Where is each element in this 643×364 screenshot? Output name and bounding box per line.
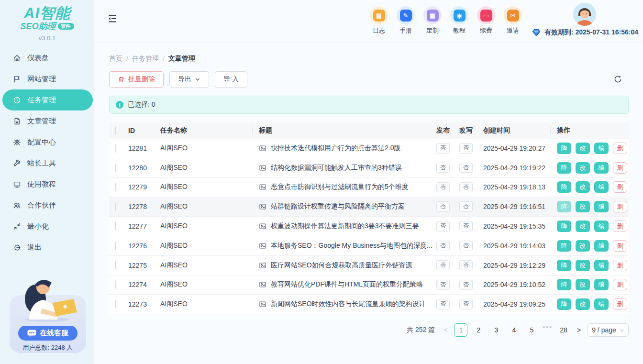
publish-status-tag: 否: [436, 163, 450, 173]
sidebar: AI智能 SEO助理 软件 v3.0.1 仪表盘网站管理任务管理文章管理配置中心…: [0, 0, 94, 364]
action-rewrite-button[interactable]: 改: [576, 162, 590, 174]
action-demote-button[interactable]: 降: [557, 162, 571, 174]
quick-link-invite[interactable]: ✉邀请: [499, 6, 526, 35]
action-delete-button[interactable]: 删: [613, 143, 627, 154]
action-delete-button[interactable]: 删: [613, 181, 627, 193]
online-support-button[interactable]: 在线客服: [18, 326, 78, 341]
row-checkbox[interactable]: [115, 222, 116, 231]
quick-link-customize[interactable]: ▦定制: [419, 6, 446, 35]
action-edit-button[interactable]: 编: [594, 143, 609, 154]
row-checkbox[interactable]: [115, 164, 116, 172]
action-delete-button[interactable]: 删: [613, 298, 627, 310]
article-image-icon[interactable]: [259, 300, 266, 308]
action-rewrite-button[interactable]: 改: [576, 240, 590, 252]
row-checkbox[interactable]: [115, 183, 116, 191]
quick-link-renew[interactable]: ▭续费: [473, 6, 499, 35]
action-rewrite-button[interactable]: 改: [576, 260, 590, 271]
row-checkbox[interactable]: [115, 144, 116, 153]
pagination-page-28[interactable]: 28: [557, 323, 570, 337]
action-delete-button[interactable]: 删: [613, 162, 627, 174]
sidebar-item-partners[interactable]: 合作伙伴: [0, 195, 94, 216]
collapse-sidebar-icon[interactable]: [108, 14, 117, 23]
article-image-icon[interactable]: [259, 242, 266, 250]
action-demote-button[interactable]: 降: [557, 260, 571, 271]
sidebar-item-document[interactable]: 文章管理: [0, 110, 94, 132]
action-delete-button[interactable]: 删: [613, 240, 627, 252]
pagination-total: 共 252 篇: [407, 326, 435, 334]
action-edit-button[interactable]: 编: [594, 240, 609, 252]
pagination-page-3[interactable]: 3: [489, 323, 503, 337]
breadcrumb-home[interactable]: 首页: [109, 55, 122, 63]
action-delete-button[interactable]: 删: [613, 260, 627, 271]
action-edit-button[interactable]: 编: [594, 221, 609, 232]
action-demote-button[interactable]: 降: [557, 143, 571, 154]
sidebar-item-label: 使用教程: [27, 180, 56, 189]
column-header-task-name: 任务名称: [160, 126, 259, 135]
action-edit-button[interactable]: 编: [594, 162, 609, 174]
svg-text:VIP: VIP: [534, 30, 539, 33]
action-rewrite-button[interactable]: 改: [576, 221, 590, 232]
row-checkbox[interactable]: [115, 261, 116, 270]
row-checkbox[interactable]: [115, 202, 116, 211]
sidebar-item-gear[interactable]: 配置中心: [0, 132, 94, 153]
action-demote-button[interactable]: 降: [557, 221, 571, 232]
quick-link-log[interactable]: ▤日志: [366, 6, 392, 35]
row-checkbox[interactable]: [115, 300, 116, 309]
quick-link-tutorial[interactable]: ◉教程: [446, 6, 473, 35]
pagination-page-4[interactable]: 4: [507, 323, 521, 337]
sidebar-item-minimize[interactable]: 最小化: [0, 216, 94, 237]
pagination-page-2[interactable]: 2: [472, 323, 485, 337]
sidebar-item-flag[interactable]: 网站管理: [0, 68, 94, 89]
page-size-select[interactable]: 9 / page: [588, 323, 629, 337]
action-edit-button[interactable]: 编: [594, 298, 609, 310]
refresh-icon[interactable]: [613, 75, 622, 84]
action-demote-button[interactable]: 降: [557, 240, 571, 252]
action-delete-button[interactable]: 删: [613, 279, 627, 290]
article-image-icon[interactable]: [259, 262, 266, 269]
pagination-page-1[interactable]: 1: [454, 323, 467, 337]
sidebar-item-wrench[interactable]: 站长工具: [0, 153, 94, 174]
article-image-icon[interactable]: [259, 144, 266, 152]
pagination-prev-icon[interactable]: <: [441, 326, 450, 334]
action-edit-button[interactable]: 编: [594, 181, 609, 193]
action-edit-button[interactable]: 编: [594, 279, 609, 290]
action-rewrite-button[interactable]: 改: [576, 201, 590, 212]
user-avatar[interactable]: [573, 3, 596, 26]
batch-delete-button[interactable]: 批量删除: [109, 71, 164, 88]
article-image-icon[interactable]: [259, 222, 266, 230]
cell-task-name: AI阁SEO: [160, 242, 259, 250]
action-demote-button[interactable]: 降: [557, 298, 571, 310]
article-image-icon[interactable]: [259, 164, 266, 172]
action-edit-button[interactable]: 编: [594, 260, 609, 271]
action-delete-button[interactable]: 删: [613, 221, 627, 232]
import-button[interactable]: 导 入: [215, 71, 247, 88]
sidebar-item-monitor[interactable]: 使用教程: [0, 174, 94, 195]
action-rewrite-button[interactable]: 改: [576, 143, 590, 154]
sidebar-item-clock[interactable]: 任务管理: [2, 89, 93, 110]
row-checkbox[interactable]: [115, 280, 116, 289]
action-delete-button[interactable]: 删: [613, 201, 627, 212]
export-button[interactable]: 导出: [169, 71, 209, 88]
action-demote-button[interactable]: 降: [557, 201, 571, 212]
action-rewrite-button[interactable]: 改: [576, 279, 590, 290]
pagination-next-icon[interactable]: >: [575, 326, 583, 334]
action-edit-button[interactable]: 编: [594, 201, 609, 212]
row-checkbox[interactable]: [115, 242, 116, 250]
sidebar-item-label: 任务管理: [27, 96, 56, 105]
sidebar-item-home[interactable]: 仪表盘: [0, 47, 94, 68]
action-demote-button[interactable]: 降: [557, 181, 571, 193]
top-header: ▤日志✎手册▦定制◉教程▭续费✉邀请: [94, 0, 643, 43]
article-image-icon[interactable]: [259, 183, 266, 191]
action-demote-button[interactable]: 降: [557, 279, 571, 290]
action-rewrite-button[interactable]: 改: [576, 181, 590, 193]
action-rewrite-button[interactable]: 改: [576, 298, 590, 310]
pagination-ellipsis[interactable]: •••: [543, 323, 553, 337]
sidebar-item-logout[interactable]: 退出: [0, 237, 94, 258]
article-image-icon[interactable]: [259, 203, 266, 210]
quick-link-manual[interactable]: ✎手册: [392, 6, 419, 35]
breadcrumb-task-management[interactable]: 任务管理: [132, 55, 159, 63]
rewrite-status-tag: 否: [459, 299, 473, 309]
article-image-icon[interactable]: [259, 281, 266, 288]
pagination-page-5[interactable]: 5: [525, 323, 538, 337]
select-all-checkbox[interactable]: [115, 126, 116, 135]
